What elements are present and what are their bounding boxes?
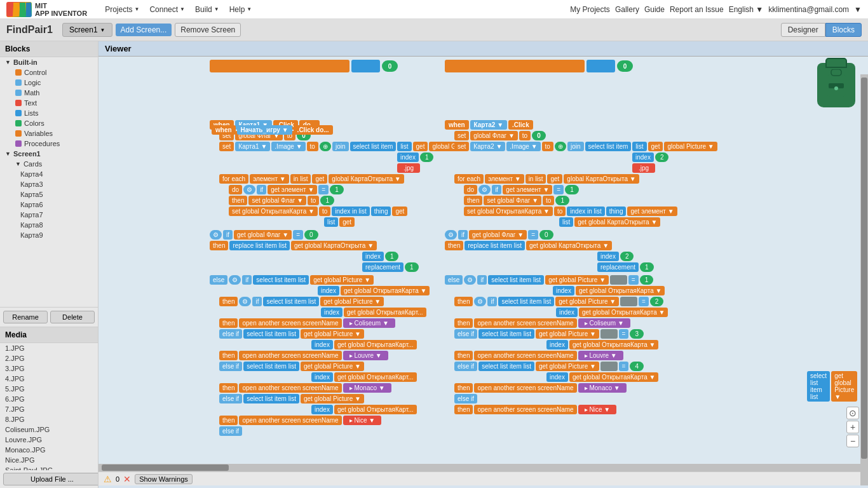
show-warnings-button[interactable]: Show Warnings	[135, 474, 193, 484]
get-pic-then-e-r: get global Picture ▼	[555, 297, 619, 306]
nav-build[interactable]: Build ▼	[190, 0, 224, 19]
viewer-area: Viewer 0 0	[98, 41, 868, 488]
idx-n-1: index	[311, 405, 333, 414]
index-row-r: index 2	[632, 152, 717, 162]
blocks-button[interactable]: Blocks	[825, 23, 862, 37]
get-element-r: get элемент ▼	[503, 185, 552, 194]
to-ok-1: to	[319, 207, 330, 216]
nav-connect[interactable]: Connect ▼	[144, 0, 190, 19]
cards-section[interactable]: ▼ Cards	[0, 159, 98, 169]
card-karta5[interactable]: Карта5	[0, 189, 98, 200]
report-issue-link[interactable]: Report an Issue	[670, 5, 724, 14]
get-flag-outer-1: get global Флаг ▼	[234, 230, 292, 240]
media-8jpg[interactable]: 8.JPG	[0, 414, 98, 424]
remove-screen-button[interactable]: Remove Screen	[175, 23, 241, 37]
language-selector[interactable]: English ▼	[729, 5, 764, 14]
error-icon[interactable]: ✕	[123, 474, 131, 484]
list-label: list	[397, 142, 411, 151]
category-logic[interactable]: Logic	[0, 78, 98, 88]
nav-projects[interactable]: Projects ▼	[100, 0, 144, 19]
add-screen-button[interactable]: Add Screen...	[116, 24, 172, 36]
hscroll-thumb[interactable]	[102, 464, 229, 471]
else-header-1: else ⚙ if select list item list get glob…	[210, 275, 467, 285]
else-final-label-1: else if	[219, 426, 242, 436]
blocks-canvas[interactable]: 0 0 when Карта1 ▼ .Click do...	[98, 57, 868, 485]
sel-m-r: select list item list	[478, 362, 534, 371]
karta1-img: Карта1 ▼	[235, 142, 270, 151]
screen-tab[interactable]: Screen1 ▼	[62, 23, 112, 37]
delete-button[interactable]: Delete	[50, 311, 95, 323]
eq-r: =	[553, 185, 564, 194]
screen-tab-arrow: ▼	[100, 27, 105, 33]
nice-1: ▸ Nice ▼	[343, 416, 381, 425]
built-in-section[interactable]: ▼ Built-in	[0, 57, 98, 67]
guide-link[interactable]: Guide	[644, 5, 665, 14]
category-procedures[interactable]: Procedures	[0, 139, 98, 149]
num-0-outer-1: 0	[304, 230, 318, 240]
media-saint-paul[interactable]: Saint-Paul.JPG	[0, 465, 98, 470]
category-text[interactable]: Text	[0, 98, 98, 108]
then-label-r: then	[464, 196, 482, 205]
designer-button[interactable]: Designer	[781, 23, 825, 37]
outer-if-header-r: ⚙ if get global Флаг ▼ = 0	[445, 230, 717, 240]
media-2jpg[interactable]: 2.JPG	[0, 353, 98, 363]
vscroll-thumb[interactable]	[861, 78, 867, 459]
card-karta4[interactable]: Карта4	[0, 169, 98, 179]
elseif-l-1: else if	[219, 329, 242, 339]
procedures-dot	[15, 140, 22, 147]
set-label-2: set	[219, 142, 234, 151]
sel-extra: select list item list	[807, 371, 830, 402]
card-karta9[interactable]: Карта9	[0, 230, 98, 240]
svg-rect-2	[20, 3, 25, 17]
category-control[interactable]: Control	[0, 67, 98, 78]
media-3jpg[interactable]: 3.JPG	[0, 363, 98, 374]
media-monaco[interactable]: Monaco.JPG	[0, 445, 98, 455]
media-nice[interactable]: Nice.JPG	[0, 455, 98, 465]
card-karta3[interactable]: Карта3	[0, 179, 98, 189]
category-variables[interactable]: Variables	[0, 128, 98, 139]
get-ok-m-r: get global ОткрытаяКарта ▼	[569, 372, 659, 382]
zoom-fit-button[interactable]: ⊙	[846, 407, 859, 419]
card-karta7[interactable]: Карта7	[0, 210, 98, 220]
do-if-r: do ⚙ if get элемент ▼ = 1 then set globa…	[464, 185, 717, 227]
then-lo-r: then	[454, 351, 473, 360]
index-e-r: index	[553, 286, 574, 295]
horizontal-scrollbar[interactable]	[98, 464, 860, 471]
category-lists[interactable]: Lists	[0, 108, 98, 118]
media-1jpg[interactable]: 1.JPG	[0, 343, 98, 353]
in-list-1: in list	[290, 174, 311, 184]
else-header-r: else ⚙ if select list item list get glob…	[445, 275, 717, 285]
rename-button[interactable]: Rename	[3, 311, 48, 323]
image-prop-r: .Image ▼	[506, 142, 540, 151]
upload-file-button[interactable]: Upload File ...	[3, 473, 98, 485]
card-karta6[interactable]: Карта6	[0, 200, 98, 210]
media-4jpg[interactable]: 4.JPG	[0, 374, 98, 384]
user-email[interactable]: kklimentina@gmail.com	[768, 5, 849, 14]
media-6jpg[interactable]: 6.JPG	[0, 394, 98, 404]
then-outer-label-r: then	[445, 241, 463, 250]
zoom-out-button[interactable]: −	[846, 435, 859, 447]
card-karta8[interactable]: Карта8	[0, 220, 98, 230]
media-coliseum[interactable]: Coliseum.JPG	[0, 424, 98, 435]
nice-r: ▸ Nice ▼	[578, 405, 616, 414]
user-email-arrow: ▼	[854, 5, 862, 14]
then-else-body-r: then ⚙ if select list item list get glob…	[454, 297, 717, 414]
category-math[interactable]: Math	[0, 88, 98, 98]
select-list-item: select list item	[350, 142, 397, 151]
nav-help[interactable]: Help ▼	[224, 0, 257, 19]
backpack-icon[interactable]	[817, 63, 855, 107]
gallery-link[interactable]: Gallery	[615, 5, 639, 14]
elseif-louvre-1: else if select list item list get global…	[219, 329, 467, 339]
num-1-then-r: 1	[555, 196, 569, 205]
category-colors[interactable]: Colors	[0, 118, 98, 128]
media-5jpg[interactable]: 5.JPG	[0, 384, 98, 394]
screen1-section[interactable]: ▼ Screen1	[0, 149, 98, 159]
gear-else-1: ⚙	[229, 275, 241, 285]
my-projects-link[interactable]: My Projects	[570, 5, 610, 14]
foreach-label-r: for each	[454, 174, 484, 184]
vertical-scrollbar[interactable]	[860, 74, 868, 485]
media-7jpg[interactable]: 7.JPG	[0, 404, 98, 414]
get-karta-open-list-r: get global КартаОткрыта ▼	[574, 217, 660, 227]
zoom-in-button[interactable]: +	[846, 421, 859, 433]
media-louvre[interactable]: Louvre.JPG	[0, 435, 98, 445]
